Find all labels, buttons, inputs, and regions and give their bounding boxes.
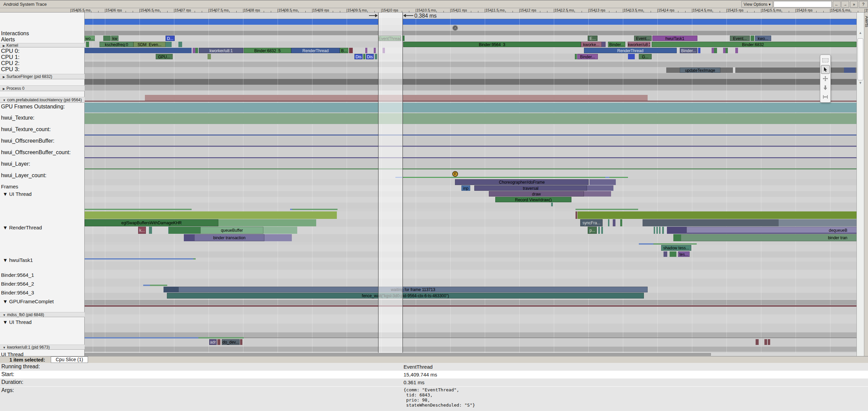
- horizontal-scrollbar[interactable]: [85, 353, 856, 356]
- slice-tick[interactable]: [664, 251, 667, 257]
- slice-tick[interactable]: [714, 48, 717, 53]
- slice-tick[interactable]: [662, 227, 664, 234]
- slice-tick[interactable]: [665, 227, 666, 234]
- vertical-scrollbar-thumb[interactable]: [858, 38, 863, 80]
- slice-kworke[interactable]: kworke...: [581, 42, 602, 47]
- slice-event[interactable]: Event...: [730, 36, 750, 41]
- help-button[interactable]: ?: [859, 1, 868, 7]
- horizontal-scrollbar-thumb[interactable]: [85, 353, 711, 356]
- slice-tick[interactable]: [85, 211, 337, 219]
- slice-do-dev[interactable]: do_dev...: [222, 339, 240, 345]
- slice-tick[interactable]: [383, 48, 385, 53]
- sidebar-row-ui-thread[interactable]: ▼ UI Thread: [3, 319, 87, 325]
- collapse-icon[interactable]: ▼: [3, 345, 6, 350]
- slice-eglswapbufferswithdamagekhr[interactable]: eglSwapBuffersWithDamageKHR: [85, 219, 218, 226]
- section-header-kworker-u8-1-pid-9673[interactable]: ▼kworker/u8:1 (pid 9673): [0, 345, 85, 350]
- slice-eventthread[interactable]: EventThread: [378, 36, 401, 41]
- slice-b[interactable]: B...: [340, 48, 348, 53]
- slice-tick[interactable]: [613, 219, 615, 226]
- slice-tick[interactable]: [85, 113, 857, 124]
- slice-shadow-tess[interactable]: shadow tess...: [661, 245, 691, 251]
- slice-traversal[interactable]: traversal: [474, 185, 587, 191]
- slice-binder-tran[interactable]: binder tran: [681, 234, 857, 241]
- slice-tick[interactable]: [654, 227, 655, 234]
- slice-tick[interactable]: [365, 48, 367, 53]
- slice-waiting-for-frame-113713[interactable]: waiting for frame 113713: [178, 287, 648, 292]
- slice-tick[interactable]: [169, 227, 200, 234]
- section-header-surfaceflinger-pid-6832[interactable]: ▶SurfaceFlinger (pid 6832): [0, 74, 85, 79]
- slice-tick[interactable]: [735, 48, 738, 53]
- slice-tick[interactable]: [551, 203, 553, 206]
- slice-kw[interactable]: kw: [111, 36, 118, 41]
- slice-tick[interactable]: [620, 219, 622, 226]
- slice-dis[interactable]: Dis: [366, 54, 374, 59]
- slice-tick[interactable]: [575, 54, 577, 59]
- slice-tick[interactable]: [589, 179, 616, 185]
- tab-cpu-slice[interactable]: Cpu Slice (1): [51, 356, 88, 363]
- collapse-icon[interactable]: ▼: [3, 98, 6, 103]
- slice-tick[interactable]: [149, 227, 152, 234]
- slice-tick[interactable]: [779, 219, 857, 226]
- slice-tick[interactable]: [656, 227, 658, 234]
- slice-tick[interactable]: [217, 339, 220, 345]
- timeline-ruler[interactable]: 15405.5 ms15406 ms15406.5 ms15407 ms1540…: [0, 8, 868, 13]
- slice-tick[interactable]: [145, 95, 648, 101]
- slice-tick[interactable]: [218, 219, 316, 226]
- slice-tick[interactable]: [587, 185, 613, 191]
- slice-tick[interactable]: [598, 227, 600, 234]
- slice-fence-wait-kgsl-3d0-pid-9564-ctx-6-ts-46[interactable]: fence_wait("kgsl-3d0-pid-9564-ctx-6-ts-4…: [167, 293, 644, 299]
- slice-tick[interactable]: [103, 36, 111, 41]
- slice-tick[interactable]: [402, 36, 405, 41]
- slice-tick[interactable]: [725, 48, 728, 53]
- slice-tick[interactable]: [584, 191, 611, 197]
- slice-tick[interactable]: [601, 227, 603, 234]
- section-header-process-0[interactable]: ▶Process 0: [0, 85, 85, 91]
- slice-choreographer-doframe[interactable]: Choreographer#doFrame: [455, 179, 589, 185]
- expand-icon[interactable]: ▶: [3, 75, 5, 80]
- slice-tick[interactable]: [659, 227, 660, 234]
- slice-tick[interactable]: [86, 42, 89, 47]
- slice-tick[interactable]: [712, 48, 714, 53]
- slice-inp[interactable]: inp: [461, 185, 470, 191]
- slice-d[interactable]: D...: [166, 36, 175, 41]
- slice-tick[interactable]: [670, 251, 676, 257]
- slice-renderthread[interactable]: RenderThread: [291, 48, 340, 53]
- slice-tick[interactable]: [349, 48, 353, 53]
- slice-tick[interactable]: [178, 42, 182, 47]
- slice-draw[interactable]: draw: [489, 191, 584, 197]
- slice-e[interactable]: E...: [588, 36, 598, 41]
- slice-tick[interactable]: [208, 54, 211, 59]
- slice-tick[interactable]: [768, 339, 770, 345]
- slice-tick[interactable]: [85, 48, 192, 53]
- slice-tes[interactable]: tes...: [678, 251, 690, 257]
- scroll-up-icon[interactable]: ▲: [857, 31, 864, 35]
- slice-tick[interactable]: [184, 234, 194, 241]
- sidebar-row-renderthread[interactable]: ▼ RenderThread: [3, 225, 87, 230]
- sidebar-row-gpuframecomplet[interactable]: ▼ GPUFrameComplet: [3, 299, 87, 304]
- slice-binder-transaction[interactable]: binder transaction: [194, 234, 264, 241]
- fit-width-button[interactable]: [821, 93, 830, 101]
- view-options-button[interactable]: View Options ▾: [741, 1, 773, 7]
- vertical-scrollbar[interactable]: ▲ ▼: [856, 13, 864, 356]
- marquee-zoom-button[interactable]: [821, 56, 830, 65]
- slice-g[interactable]: G...: [639, 54, 652, 59]
- sidebar-row-hwuitask1[interactable]: ▼ hwuiTask1: [3, 257, 87, 263]
- slice-binder-6832[interactable]: Binder:6832_: [652, 42, 856, 47]
- slice-dequeueb[interactable]: dequeueB: [687, 227, 857, 234]
- slice-kworker-u8-3[interactable]: kworker/u8:3: [628, 42, 650, 47]
- slice-sdm-even[interactable]: SDM_Even...: [133, 42, 166, 47]
- slice-tick[interactable]: [667, 227, 687, 234]
- scroll-down-button[interactable]: [821, 83, 830, 92]
- slice-binder[interactable]: Binder...: [608, 42, 625, 47]
- slice-tick[interactable]: [374, 48, 376, 53]
- slice-tick[interactable]: [733, 67, 735, 73]
- slice-tick[interactable]: [375, 54, 377, 59]
- sidebar-row-ui-thread[interactable]: ▼ UI Thread: [3, 191, 87, 197]
- slice-tick[interactable]: [240, 339, 242, 345]
- frame-marker-icon[interactable]: F: [452, 171, 458, 177]
- slice-updateteximage[interactable]: updateTexImage: [680, 67, 720, 73]
- pan-button[interactable]: [821, 74, 830, 83]
- slice-tick[interactable]: [264, 234, 292, 241]
- slice-tick[interactable]: [263, 227, 297, 234]
- slice-tick[interactable]: [628, 54, 635, 59]
